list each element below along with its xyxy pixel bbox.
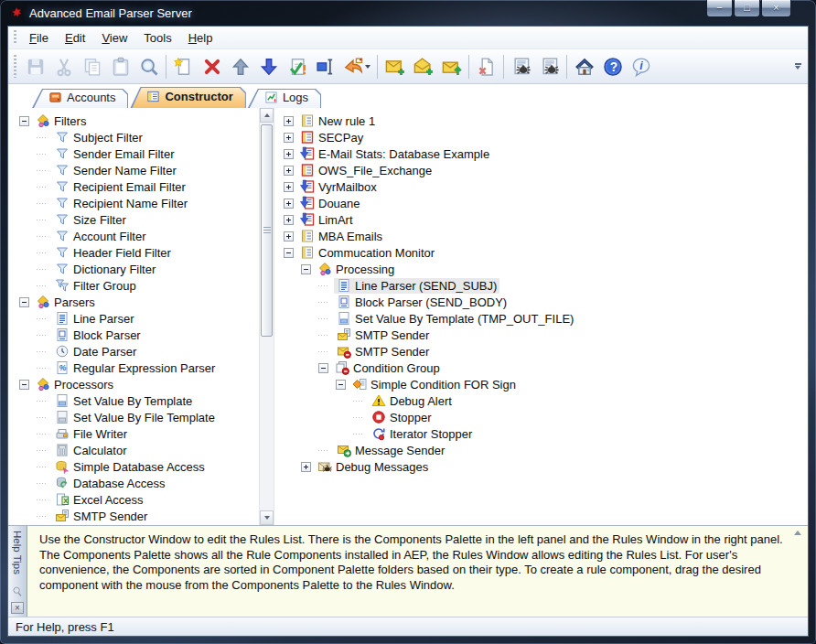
tree-item-body[interactable]: SMTP Sender (334, 344, 432, 360)
search-button[interactable] (134, 53, 163, 80)
collapse-box-icon[interactable] (284, 248, 294, 258)
maximize-button[interactable]: □ (734, 0, 760, 17)
debug-attach-button[interactable] (535, 53, 564, 80)
tree-item-body[interactable]: LimArt (297, 212, 356, 228)
tree-item-body[interactable]: Subject Filter (52, 130, 145, 145)
tab-logs[interactable]: Logs (248, 89, 321, 108)
palette-item[interactable]: Calculator (19, 442, 259, 458)
expand-box-icon[interactable] (284, 182, 294, 192)
minimize-button[interactable]: − (706, 0, 733, 17)
tree-item-body[interactable]: Set Value By Template (TMP_OUT_FILE) (334, 311, 576, 327)
palette-item[interactable]: XExcel Access (19, 491, 259, 508)
rule-item[interactable]: OWS_File_Exchange (284, 162, 808, 178)
rule-item[interactable]: Line Parser (SEND_SUBJ) (284, 277, 808, 294)
palette-item[interactable]: Database Access (19, 475, 259, 491)
tree-item-body[interactable]: Debug Alert (369, 393, 455, 409)
collapse-box-icon[interactable] (301, 264, 311, 274)
palette-item[interactable]: Recipient Name Filter (19, 195, 259, 211)
expand-box-icon[interactable] (284, 215, 294, 225)
rule-item[interactable]: SECPay (284, 129, 808, 145)
tree-item-body[interactable]: Sender Email Filter (52, 146, 177, 162)
tree-item-body[interactable]: Recipient Email Filter (52, 179, 188, 195)
rule-item[interactable]: SMTP Sender (284, 343, 808, 360)
rule-item[interactable]: Simple Condition FOR Sign (284, 376, 808, 392)
process-message-button[interactable] (339, 53, 374, 80)
help-scroll-up-icon[interactable] (794, 531, 801, 535)
rename-button[interactable] (311, 53, 339, 80)
tree-item-body[interactable]: Account Filter (52, 229, 148, 244)
rule-item[interactable]: Iterator Stopper (284, 425, 808, 442)
toolbar-overflow-button[interactable] (793, 63, 804, 70)
palette-item[interactable]: File Writer (19, 425, 259, 442)
rule-item[interactable]: Set Value By Template (TMP_OUT_FILE) (284, 310, 808, 327)
rule-item[interactable]: Block Parser (SEND_BODY) (284, 294, 808, 310)
palette-item[interactable]: Date Parser (19, 343, 259, 360)
collapse-box-icon[interactable] (336, 380, 346, 390)
menu-view[interactable]: View (93, 28, 135, 48)
palette-item[interactable]: Parsers (19, 294, 259, 310)
new-rule-button[interactable] (169, 53, 198, 80)
rule-item[interactable]: New rule 1 (284, 113, 808, 129)
tree-item-body[interactable]: Condition Group (332, 360, 443, 376)
validate-rule-button[interactable] (283, 53, 311, 80)
tab-accounts[interactable]: Accounts (32, 89, 128, 108)
tree-item-body[interactable]: Date Parser (52, 344, 139, 360)
rule-item[interactable]: Condition Group (284, 360, 808, 376)
move-up-button[interactable] (226, 53, 254, 80)
collapse-box-icon[interactable] (19, 297, 29, 307)
dropdown-caret-icon[interactable] (365, 65, 370, 69)
help-button[interactable]: ? (598, 53, 627, 80)
rule-item[interactable]: LimArt (284, 211, 808, 228)
tree-item-body[interactable]: Block Parser (SEND_BODY) (334, 295, 510, 310)
tree-item-body[interactable]: SECPay (297, 130, 366, 145)
tree-item-body[interactable]: Stopper (369, 410, 435, 425)
palette-item[interactable]: Line Parser (19, 310, 259, 327)
title-bar[interactable]: Advanced Email Parser Server (0, 0, 816, 26)
tree-item-body[interactable]: Filter Group (52, 278, 139, 294)
tree-item-body[interactable]: %Regular Expression Parser (52, 360, 218, 376)
rule-item[interactable]: VyrMailbox (284, 178, 808, 195)
expand-box-icon[interactable] (284, 133, 294, 143)
collapse-box-icon[interactable] (318, 363, 328, 373)
new-mail-button[interactable] (381, 53, 409, 80)
palette-item[interactable]: Recipient Email Filter (19, 178, 259, 195)
tree-item-body[interactable]: Filters (33, 113, 89, 129)
toolbar-gripper-handle[interactable] (14, 55, 16, 79)
palette-item[interactable]: SMTP Sender (19, 508, 259, 524)
tree-item-body[interactable]: Set Value By Template (52, 393, 195, 409)
palette-item[interactable]: Subject Filter (19, 129, 259, 145)
rule-item[interactable]: Debug Alert (284, 392, 808, 409)
palette-item[interactable]: Header Field Filter (19, 244, 259, 261)
menu-help[interactable]: Help (180, 28, 221, 48)
home-button[interactable] (570, 53, 598, 80)
tree-item-body[interactable]: Commucation Monitor (297, 245, 437, 261)
tab-constructor[interactable]: Constructor (130, 87, 245, 108)
expand-box-icon[interactable] (301, 462, 311, 472)
collapse-box-icon[interactable] (19, 380, 29, 390)
palette-item[interactable]: Sender Email Filter (19, 145, 259, 162)
menu-edit[interactable]: Edit (57, 28, 93, 48)
palette-item[interactable]: Filter Group (19, 277, 259, 294)
rule-item[interactable]: MBA Emails (284, 228, 808, 244)
tree-item-body[interactable]: VyrMailbox (297, 179, 380, 195)
palette-item[interactable]: Sender Name Filter (19, 162, 259, 178)
menu-tools[interactable]: Tools (135, 28, 179, 48)
scroll-down-button[interactable] (260, 510, 274, 525)
menu-file[interactable]: File (21, 28, 57, 48)
tree-item-body[interactable]: Size Filter (52, 212, 129, 228)
tree-item-body[interactable]: Simple Database Access (52, 459, 208, 475)
tree-item-body[interactable]: Processing (315, 262, 397, 277)
tree-item-body[interactable]: Sender Name Filter (52, 163, 179, 178)
tree-item-body[interactable]: Recipient Name Filter (52, 196, 190, 211)
tree-item-body[interactable]: SMTP Sender (52, 509, 150, 524)
collapse-box-icon[interactable] (19, 116, 29, 126)
scroll-up-button[interactable] (260, 108, 274, 123)
debug-rule-button[interactable] (507, 53, 535, 80)
move-down-button[interactable] (254, 53, 283, 80)
rule-item[interactable]: E-Mail Stats: Database Example (284, 145, 808, 162)
help-close-button[interactable]: × (11, 602, 24, 614)
expand-box-icon[interactable] (284, 166, 294, 176)
rule-item[interactable]: Debug Messages (284, 458, 808, 475)
expand-box-icon[interactable] (284, 199, 294, 209)
tree-item-body[interactable]: MBA Emails (297, 229, 385, 244)
